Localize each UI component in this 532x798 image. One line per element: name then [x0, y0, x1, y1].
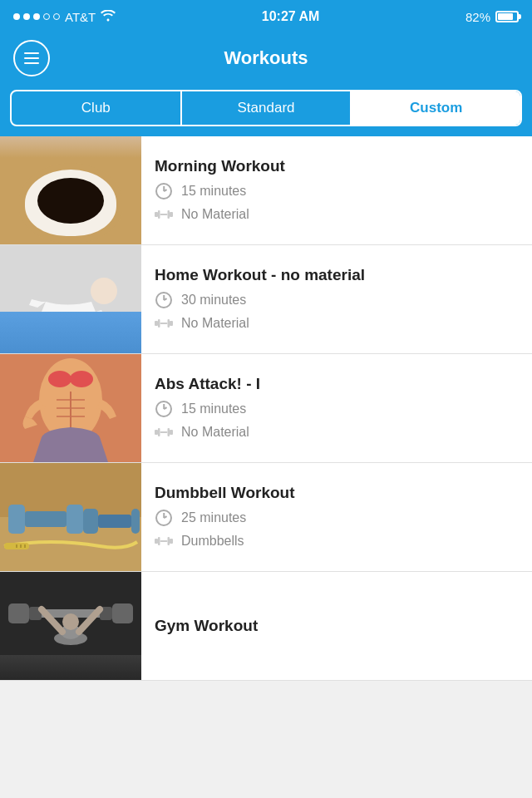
- duration-row: 15 minutes: [155, 182, 519, 200]
- status-bar: AT&T 10:27 AM 82%: [0, 0, 532, 33]
- battery-fill: [498, 13, 513, 20]
- material-row: No Material: [155, 205, 519, 224]
- workout-meta: 15 minutes No Material: [155, 182, 519, 224]
- status-right: 82%: [466, 10, 519, 24]
- tab-container: Club Standard Custom: [10, 90, 522, 126]
- workout-thumbnail: [0, 572, 141, 680]
- tab-custom[interactable]: Custom: [352, 91, 520, 125]
- svg-rect-41: [168, 537, 170, 545]
- dumbbell-icon: [155, 532, 173, 550]
- svg-rect-28: [8, 505, 25, 534]
- workout-name: Gym Workout: [155, 617, 519, 635]
- workout-thumbnail: [0, 136, 141, 244]
- signal-dot-5: [53, 13, 60, 20]
- material-label: Dumbbells: [181, 534, 244, 549]
- workout-name: Morning Workout: [155, 157, 519, 175]
- signal-dot-3: [33, 13, 40, 20]
- svg-rect-1: [158, 210, 160, 219]
- workout-name: Abs Attack! - I: [155, 375, 519, 393]
- gym-svg: [0, 572, 141, 655]
- duration-label: 15 minutes: [181, 401, 246, 416]
- coffee-thumbnail-art: [0, 136, 141, 244]
- svg-rect-9: [158, 319, 160, 328]
- workout-thumbnail: [0, 354, 141, 462]
- dumbbell-icon: [155, 205, 173, 224]
- duration-label: 30 minutes: [181, 293, 246, 308]
- hamburger-icon: [24, 52, 39, 64]
- menu-button[interactable]: [13, 40, 50, 76]
- svg-rect-30: [66, 505, 83, 534]
- workout-meta: 30 minutes No Material: [155, 291, 519, 332]
- signal-dots: [13, 13, 60, 20]
- material-label: No Material: [181, 425, 249, 440]
- workout-item[interactable]: Morning Workout 15 minutes: [0, 136, 532, 245]
- carrier-label: AT&T: [65, 10, 96, 24]
- svg-rect-4: [170, 212, 173, 217]
- svg-point-51: [62, 613, 79, 630]
- signal-dot-2: [23, 13, 30, 20]
- workout-item[interactable]: Gym Workout: [0, 572, 532, 681]
- svg-rect-24: [168, 428, 170, 436]
- svg-rect-3: [168, 210, 170, 219]
- workout-item[interactable]: Abs Attack! - I 15 minutes: [0, 354, 532, 463]
- dumbbell-art-svg: [0, 463, 141, 571]
- duration-row: 25 minutes: [155, 509, 519, 527]
- pushup-svg: [0, 245, 141, 353]
- workout-item[interactable]: Home Workout - no material 30 minutes: [0, 245, 532, 354]
- clock-icon: [155, 291, 173, 309]
- svg-rect-22: [158, 428, 160, 436]
- clock-circle: [155, 292, 172, 308]
- clock-icon: [155, 182, 173, 200]
- signal-dot-1: [13, 13, 20, 20]
- svg-rect-33: [131, 509, 140, 534]
- svg-rect-25: [170, 430, 173, 435]
- svg-rect-5: [0, 245, 141, 353]
- workout-list: Morning Workout 15 minutes: [0, 136, 532, 681]
- signal-dot-4: [43, 13, 50, 20]
- svg-point-16: [70, 371, 93, 387]
- clock-circle: [155, 510, 172, 526]
- pushup-thumbnail-art: [0, 245, 141, 353]
- tab-standard[interactable]: Standard: [182, 91, 352, 125]
- material-row: Dumbbells: [155, 532, 519, 550]
- workout-info: Abs Attack! - I 15 minutes: [141, 354, 532, 462]
- gym-thumbnail-art: [0, 572, 141, 680]
- duration-row: 15 minutes: [155, 400, 519, 418]
- wifi-icon: [101, 10, 116, 24]
- svg-rect-39: [158, 537, 160, 545]
- svg-rect-32: [98, 515, 131, 528]
- workout-name: Home Workout - no material: [155, 266, 519, 284]
- page-title: Workouts: [224, 47, 308, 69]
- dumbbell-thumbnail-art: [0, 463, 141, 571]
- material-label: No Material: [181, 207, 249, 222]
- hamburger-line-3: [24, 62, 39, 64]
- workout-item[interactable]: Dumbbell Workout 25 minutes: [0, 463, 532, 572]
- svg-rect-21: [155, 430, 158, 435]
- tab-club[interactable]: Club: [12, 91, 182, 125]
- svg-rect-42: [170, 539, 173, 544]
- svg-rect-11: [168, 319, 170, 328]
- workout-info: Dumbbell Workout 25 minutes: [141, 463, 532, 571]
- workout-thumbnail: [0, 245, 141, 353]
- svg-rect-45: [8, 603, 29, 623]
- workout-info: Home Workout - no material 30 minutes: [141, 245, 532, 353]
- status-time: 10:27 AM: [262, 9, 320, 24]
- battery-percent: 82%: [466, 10, 490, 24]
- workout-meta: 15 minutes No Material: [155, 400, 519, 441]
- svg-rect-0: [155, 212, 158, 217]
- status-left: AT&T: [13, 10, 116, 24]
- workout-info: Gym Workout: [141, 572, 532, 680]
- duration-label: 25 minutes: [181, 510, 246, 525]
- svg-rect-48: [112, 603, 133, 623]
- workout-info: Morning Workout 15 minutes: [141, 136, 532, 244]
- duration-label: 15 minutes: [181, 184, 246, 199]
- clock-icon: [155, 400, 173, 418]
- svg-point-15: [48, 371, 71, 387]
- svg-point-6: [4, 316, 137, 353]
- svg-rect-2: [160, 214, 168, 215]
- clock-circle: [155, 183, 172, 200]
- svg-rect-10: [160, 323, 168, 324]
- tab-bar: Club Standard Custom: [0, 83, 532, 136]
- svg-rect-29: [25, 511, 66, 527]
- dumbbell-icon: [155, 314, 173, 332]
